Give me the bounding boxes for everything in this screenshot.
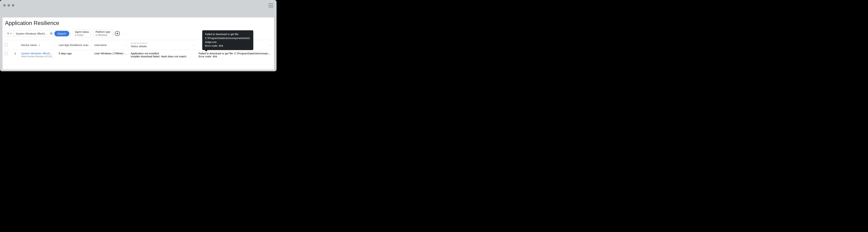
menu-icon[interactable] xyxy=(268,3,273,7)
tooltip-line: Error code: 404. xyxy=(205,44,250,48)
sort-ascending-icon: ∧ xyxy=(38,44,40,46)
search-input[interactable] xyxy=(14,32,50,35)
page-title: Application Resilience xyxy=(2,17,274,30)
column-header-select xyxy=(2,40,11,50)
search-scope-dropdown[interactable] xyxy=(5,30,14,37)
cell-error-details: Failed to download or get file: C:\Progr… xyxy=(197,50,274,60)
column-group-label: KASEYA AGENT xyxy=(131,42,195,44)
username-text: User Windows 170f64e1-… xyxy=(94,52,127,55)
cell-username: User Windows 170f64e1-… xyxy=(93,50,129,60)
column-header-username[interactable]: Username xyxy=(93,40,129,50)
column-menu-icon[interactable] xyxy=(124,44,128,46)
column-label: Last App Resilience scan xyxy=(59,43,89,46)
error-message-line1: Failed to download or get file: C:\Progr… xyxy=(198,52,272,55)
row-index: 1 xyxy=(11,50,19,60)
search-icon xyxy=(7,32,9,35)
svg-line-1 xyxy=(8,34,9,34)
app-window: Application Resilience ✕ Search Agent st… xyxy=(0,0,277,71)
page-content: Application Resilience ✕ Search Agent st… xyxy=(2,17,274,70)
column-label: Device name xyxy=(21,43,37,46)
column-header-status-details[interactable]: KASEYA AGENT Status details xyxy=(129,40,197,50)
column-menu-icon[interactable] xyxy=(88,44,91,46)
clear-search-icon[interactable]: ✕ xyxy=(50,32,53,35)
table-row[interactable]: 1 System Windows 4fbc91… Serial Number W… xyxy=(2,50,274,60)
column-label: Username xyxy=(94,43,106,46)
column-header-index xyxy=(11,40,19,50)
select-all-checkbox[interactable] xyxy=(4,43,7,46)
window-close-dot[interactable] xyxy=(3,4,6,7)
window-traffic-lights xyxy=(3,4,14,7)
plus-icon xyxy=(116,32,119,35)
add-filter-button[interactable] xyxy=(115,31,120,36)
error-message-line2: Error code: 404. xyxy=(198,55,218,58)
window-zoom-dot[interactable] xyxy=(12,4,14,7)
filter-chip-label: Agent status xyxy=(75,31,89,34)
column-menu-icon[interactable] xyxy=(52,44,56,46)
device-serial: Serial Number Windows cd722584-1… xyxy=(21,55,55,58)
chevron-down-icon xyxy=(10,33,12,34)
filter-chip-label: Platform type xyxy=(96,31,110,34)
tooltip-line: Failed to download or get file: xyxy=(205,32,250,36)
filter-chip-agent-status[interactable]: Agent status is Active xyxy=(73,30,91,37)
filter-chip-value: is Active xyxy=(75,34,84,36)
column-header-device-name[interactable]: Device name ∧ xyxy=(19,40,57,50)
window-minimize-dot[interactable] xyxy=(7,4,10,7)
search-box: ✕ Search xyxy=(5,30,70,37)
cell-status-details: Application not installed. Installer dow… xyxy=(129,50,197,60)
search-button[interactable]: Search xyxy=(54,31,69,36)
device-name-link[interactable]: System Windows 4fbc91… xyxy=(21,52,55,55)
filter-chip-platform-type[interactable]: Platform type is Windows xyxy=(93,30,113,37)
filter-chip-value: is Windows xyxy=(96,34,107,36)
svg-point-0 xyxy=(7,33,9,34)
column-header-last-scan[interactable]: Last App Resilience scan xyxy=(57,40,93,50)
tooltip-line: C:\ProgramData\ctes\components\rar\ztedg… xyxy=(205,36,250,44)
row-checkbox[interactable] xyxy=(4,52,7,55)
window-titlebar xyxy=(0,0,277,11)
column-menu-icon[interactable] xyxy=(192,44,196,46)
column-label: Status details xyxy=(131,45,147,48)
cell-device-name: System Windows 4fbc91… Serial Number Win… xyxy=(19,50,57,60)
error-tooltip: Failed to download or get file: C:\Progr… xyxy=(202,30,253,50)
cell-last-scan: 5 days ago xyxy=(57,50,93,60)
column-menu-icon[interactable] xyxy=(269,44,273,46)
